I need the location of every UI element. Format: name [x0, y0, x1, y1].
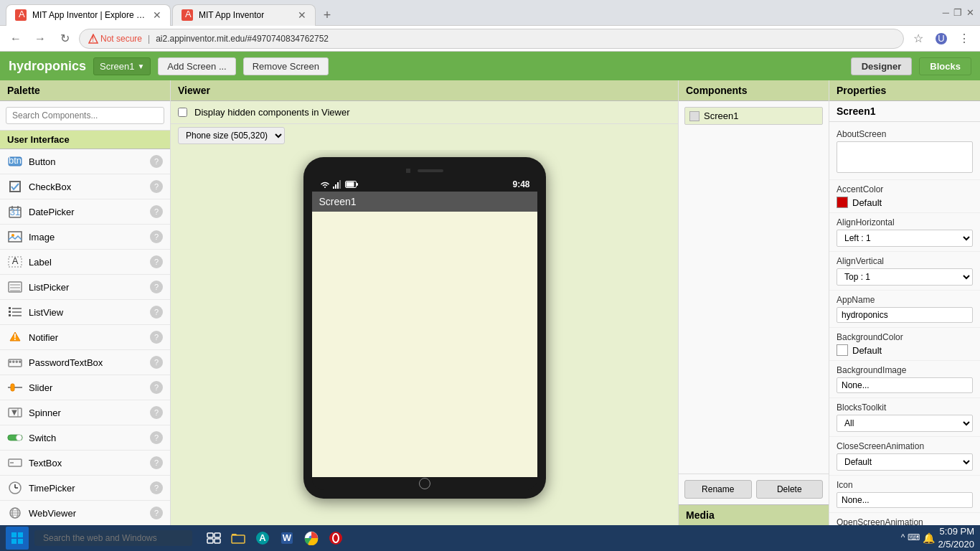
- svg-rect-60: [207, 533, 213, 537]
- tab-2-favicon: A: [182, 9, 193, 21]
- checkbox-help[interactable]: ?: [150, 180, 163, 193]
- component-label[interactable]: A Label ?: [0, 250, 170, 275]
- component-checkbox[interactable]: CheckBox ?: [0, 174, 170, 199]
- prop-icon-input[interactable]: [837, 492, 973, 508]
- phone-screen: Screen1: [312, 192, 537, 477]
- passwordtextbox-help[interactable]: ?: [150, 356, 163, 369]
- component-slider[interactable]: Slider ?: [0, 375, 170, 400]
- app-title: hydroponics: [9, 59, 86, 74]
- component-passwordtextbox[interactable]: •••• PasswordTextBox ?: [0, 350, 170, 375]
- prop-alignvertical-select[interactable]: Top : 1 Bottom : 2 Center : 3: [837, 268, 973, 286]
- prop-accentcolor-value[interactable]: Default: [837, 197, 973, 208]
- datepicker-help[interactable]: ?: [150, 205, 163, 218]
- word-button[interactable]: W: [277, 528, 297, 548]
- button-help[interactable]: ?: [150, 155, 163, 168]
- search-components-input[interactable]: [6, 107, 164, 124]
- switch-help[interactable]: ?: [150, 431, 163, 444]
- taskbar-search-input[interactable]: [34, 530, 192, 546]
- hidden-components-checkbox[interactable]: [178, 108, 187, 117]
- svg-text:A: A: [185, 11, 192, 19]
- prop-aboutscreen-input[interactable]: [837, 141, 973, 173]
- components-header: Components: [679, 80, 829, 101]
- extensions-button[interactable]: ⋮: [954, 29, 974, 49]
- phone-bottom-bar: [312, 477, 537, 490]
- textbox-help[interactable]: ?: [150, 456, 163, 469]
- media-section-header: Media: [679, 504, 829, 525]
- task-view-button[interactable]: [204, 528, 224, 548]
- close-browser-button[interactable]: ✕: [966, 7, 974, 18]
- bookmark-button[interactable]: ☆: [908, 29, 928, 49]
- prop-icon-label: Icon: [837, 480, 973, 490]
- component-timepicker[interactable]: TimePicker ?: [0, 476, 170, 501]
- component-listpicker[interactable]: ListPicker ?: [0, 275, 170, 300]
- remove-screen-button[interactable]: Remove Screen: [243, 57, 329, 75]
- listview-help[interactable]: ?: [150, 306, 163, 319]
- listpicker-help[interactable]: ?: [150, 281, 163, 293]
- label-help[interactable]: ?: [150, 255, 163, 268]
- minimize-button[interactable]: ─: [943, 7, 949, 18]
- svg-rect-26: [12, 308, 22, 309]
- restore-button[interactable]: ❐: [953, 7, 962, 18]
- prop-aboutscreen: AboutScreen: [829, 125, 980, 180]
- chrome-button[interactable]: [301, 528, 321, 548]
- add-screen-button[interactable]: Add Screen ...: [158, 57, 235, 75]
- component-spinner[interactable]: ▼ Spinner ?: [0, 400, 170, 425]
- prop-backgroundimage-input[interactable]: [837, 377, 973, 393]
- component-webviewer[interactable]: WebViewer ?: [0, 501, 170, 525]
- address-bar-row: ← → ↻ ! Not secure | ai2.appinventor.mit…: [0, 26, 980, 52]
- tab-2[interactable]: A MIT App Inventor ✕: [172, 4, 316, 26]
- image-help[interactable]: ?: [150, 230, 163, 243]
- screen-selector[interactable]: Screen1 ▼: [93, 57, 151, 75]
- chevron-icon[interactable]: ^: [901, 532, 905, 544]
- webviewer-help[interactable]: ?: [150, 507, 163, 519]
- component-datepicker[interactable]: 31 DatePicker ?: [0, 199, 170, 225]
- blocks-button[interactable]: Blocks: [919, 57, 971, 75]
- component-textbox[interactable]: TextBox ?: [0, 451, 170, 476]
- tab-2-close[interactable]: ✕: [298, 9, 306, 21]
- bg-color-swatch[interactable]: [837, 344, 848, 356]
- taskbar-right: ^ ⌨ 🔔 5:09 PM 2/5/2020: [901, 525, 974, 551]
- notification-icon[interactable]: 🔔: [923, 532, 935, 544]
- slider-help[interactable]: ?: [150, 381, 163, 394]
- slider-icon: [7, 380, 23, 395]
- opera-button[interactable]: [326, 528, 346, 548]
- file-explorer-icon: [231, 532, 245, 544]
- prop-closescreenanimation-select[interactable]: Default Fade Zoom: [837, 453, 973, 471]
- new-tab-button[interactable]: +: [317, 6, 337, 26]
- file-explorer-button[interactable]: [228, 528, 248, 548]
- tab-1-close[interactable]: ✕: [153, 9, 161, 21]
- delete-button[interactable]: Delete: [756, 480, 824, 499]
- start-button[interactable]: [6, 527, 29, 550]
- prop-alignhorizontal-select[interactable]: Left : 1 Right : 2 Center : 3: [837, 230, 973, 247]
- arduino-button[interactable]: A: [253, 528, 273, 548]
- prop-blockstoolkit: BlocksToolkit All Custom: [829, 398, 980, 437]
- notifier-help[interactable]: ?: [150, 331, 163, 344]
- label-label: Label: [29, 257, 150, 268]
- address-bar[interactable]: ! Not secure | ai2.appinventor.mit.edu/#…: [79, 29, 904, 49]
- prop-backgroundimage-label: BackgroundImage: [837, 365, 973, 375]
- component-listview[interactable]: ListView ?: [0, 300, 170, 325]
- component-button[interactable]: btn Button ?: [0, 149, 170, 174]
- phone-size-select[interactable]: Phone size (505,320): [178, 127, 285, 144]
- accent-color-swatch[interactable]: [837, 197, 848, 208]
- tab-1[interactable]: A MIT App Inventor | Explore MIT A... ✕: [6, 4, 171, 26]
- reload-button[interactable]: ↻: [55, 29, 75, 49]
- screen1-tree-item[interactable]: Screen1: [684, 107, 823, 125]
- component-image[interactable]: Image ?: [0, 225, 170, 250]
- rename-button[interactable]: Rename: [684, 480, 752, 499]
- spinner-help[interactable]: ?: [150, 406, 163, 419]
- svg-rect-62: [207, 539, 213, 543]
- keyboard-icon[interactable]: ⌨: [908, 532, 920, 544]
- profile-button[interactable]: U: [931, 29, 951, 49]
- prop-appname-input[interactable]: [837, 307, 973, 323]
- timepicker-help[interactable]: ?: [150, 481, 163, 494]
- designer-button[interactable]: Designer: [851, 57, 913, 75]
- forward-button[interactable]: →: [30, 29, 50, 49]
- component-notifier[interactable]: ! Notifier ?: [0, 325, 170, 350]
- prop-backgroundcolor-value[interactable]: Default: [837, 344, 973, 356]
- phone-home-btn: [419, 478, 430, 489]
- component-switch[interactable]: Switch ?: [0, 425, 170, 451]
- back-button[interactable]: ←: [6, 29, 26, 49]
- prop-blockstoolkit-select[interactable]: All Custom: [837, 415, 973, 432]
- security-warning: ! Not secure: [88, 34, 142, 44]
